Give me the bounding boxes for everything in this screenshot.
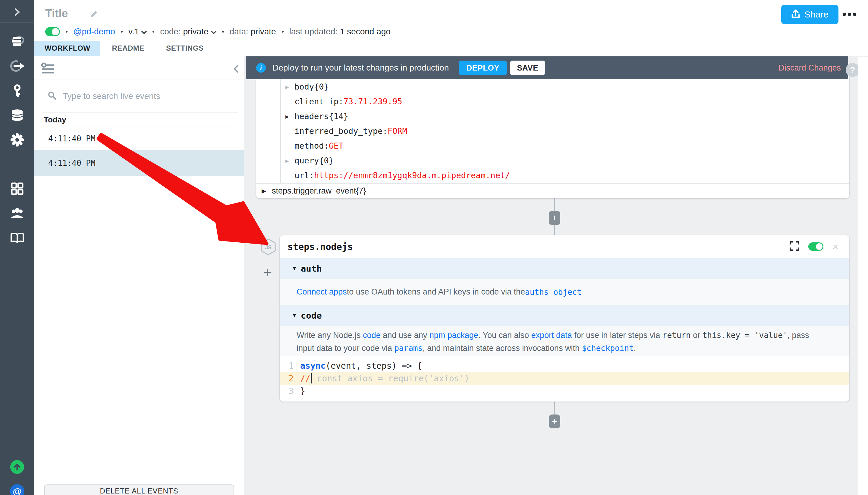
auth-section-header[interactable]: ▼ auth — [280, 258, 849, 278]
data-stores-icon[interactable] — [0, 107, 34, 123]
tab-readme[interactable]: README — [102, 41, 155, 56]
line-number: 1 — [280, 361, 294, 371]
version-dropdown[interactable]: v.1 — [128, 27, 147, 36]
code-token: const axios = require('axios') — [312, 374, 470, 383]
code-token: async — [300, 361, 326, 371]
settings-gear-icon[interactable] — [0, 132, 34, 148]
tab-settings[interactable]: SETTINGS — [156, 41, 214, 56]
tree-key: body — [294, 82, 314, 91]
delete-all-events-button[interactable]: DELETE ALL EVENTS — [44, 484, 234, 495]
raw-event-count: {7} — [356, 186, 366, 195]
event-list-item[interactable]: 4:11:40 PM — [34, 150, 244, 176]
inline-text: . You can also — [478, 331, 531, 340]
code-token: } — [300, 386, 305, 396]
scrollbar-track[interactable] — [858, 57, 868, 495]
tree-row[interactable]: ▶headers {14} — [281, 109, 840, 124]
line-number: 3 — [280, 386, 294, 396]
svg-text:JS: JS — [265, 244, 272, 251]
inline-link[interactable]: Connect apps — [297, 287, 347, 297]
inline-link[interactable]: npm package — [430, 331, 478, 340]
add-step-button[interactable]: + — [549, 414, 560, 428]
inline-link[interactable]: auths object — [525, 288, 582, 297]
editor-line[interactable]: 3} — [280, 385, 849, 397]
tree-row: client_ip: 73.71.239.95 — [281, 94, 840, 109]
nodejs-step-icon: JS — [260, 238, 276, 257]
code-token: (event, steps) => { — [326, 361, 422, 371]
close-step-icon[interactable]: × — [832, 241, 838, 252]
raw-event-row[interactable]: ▶ steps.trigger.raw_event {7} — [256, 183, 849, 198]
inline-text: . — [634, 344, 636, 353]
tree-key: query — [294, 156, 319, 165]
tree-row: method: GET — [281, 138, 840, 153]
inline-link[interactable]: code — [363, 331, 381, 340]
raw-event-key: steps.trigger.raw_event — [272, 186, 356, 195]
code-editor[interactable]: 1async (event, steps) => {2// const axio… — [280, 356, 849, 402]
inline-text: this.key = 'value' — [702, 331, 787, 340]
expand-arrow-icon: ▶ — [285, 113, 294, 120]
tree-count: {0} — [319, 156, 334, 165]
data-visibility: data: private — [230, 27, 276, 36]
inline-text: , and maintain state across invocations … — [422, 344, 582, 353]
tree-value: GET — [329, 141, 344, 150]
inline-link[interactable]: params — [394, 344, 422, 353]
docs-book-icon[interactable] — [0, 230, 34, 246]
search-icon — [48, 91, 57, 101]
community-icon[interactable] — [0, 205, 34, 221]
app-sidebar: @ — [0, 0, 34, 495]
search-input[interactable] — [63, 91, 225, 101]
inline-text: or — [691, 331, 702, 340]
event-json-tree: ▶body {0}client_ip: 73.71.239.95▶headers… — [280, 79, 840, 183]
text-cursor — [311, 373, 312, 383]
user-at-icon[interactable]: @ — [0, 483, 34, 495]
sidebar-divider — [0, 22, 34, 23]
code-section-header[interactable]: ▼ code — [280, 305, 849, 326]
apps-grid-icon[interactable] — [0, 181, 34, 197]
tree-key: url: — [294, 171, 314, 180]
share-button[interactable]: Share — [781, 5, 838, 24]
expand-arrow-icon: ▶ — [285, 157, 294, 164]
add-step-inline-button[interactable]: + — [263, 264, 272, 281]
nodejs-step-header: steps.nodejs × — [280, 235, 849, 258]
code-visibility-dropdown[interactable]: code: private — [160, 27, 216, 36]
deploy-message: Deploy to run your latest changes in pro… — [273, 63, 449, 73]
save-button[interactable]: SAVE — [510, 61, 545, 75]
share-label: Share — [804, 9, 829, 20]
tree-key: headers — [294, 112, 329, 121]
workspace-link[interactable]: @pd-demo — [73, 27, 115, 36]
discard-changes-link[interactable]: Discard Changes — [779, 63, 841, 73]
collapse-panel-icon[interactable] — [233, 64, 239, 74]
tree-row[interactable]: ▶body {0} — [281, 79, 840, 94]
tree-count: {0} — [314, 82, 329, 91]
page-title: Title — [45, 7, 68, 20]
tree-value: 73.71.239.95 — [344, 97, 402, 106]
auth-section-body: Connect apps to use OAuth tokens and API… — [280, 278, 849, 305]
editor-line[interactable]: 2// const axios = require('axios') — [280, 372, 849, 385]
tree-value: https://enmr8zm1ygqk9da.m.pipedream.net/ — [314, 171, 510, 180]
edit-title-pencil-icon[interactable] — [89, 10, 98, 20]
upgrade-arrow-icon[interactable] — [0, 459, 34, 475]
step-enabled-toggle[interactable] — [808, 242, 823, 251]
tab-workflow[interactable]: WORKFLOW — [34, 41, 100, 56]
tree-row[interactable]: ▶query {0} — [281, 153, 840, 168]
more-options-icon[interactable] — [843, 13, 856, 16]
events-panel-toolbar — [34, 56, 244, 80]
step-connector-line — [554, 402, 555, 414]
workflow-canvas: i Deploy to run your latest changes in p… — [244, 56, 868, 495]
pipedream-logo-icon[interactable] — [0, 33, 34, 49]
keys-icon[interactable] — [0, 83, 34, 99]
event-list-item[interactable]: 4:11:40 PM — [34, 127, 244, 150]
editor-line[interactable]: 1async (event, steps) => { — [280, 359, 849, 372]
filter-list-icon[interactable] — [41, 63, 55, 76]
fullscreen-icon[interactable] — [789, 241, 799, 252]
events-panel: Today 4:11:40 PM4:11:40 PM DELETE ALL EV… — [34, 56, 244, 495]
separator-dot — [222, 31, 224, 33]
add-step-button[interactable]: + — [549, 211, 560, 225]
workflow-active-toggle[interactable] — [45, 27, 60, 36]
inline-link[interactable]: export data — [531, 331, 572, 340]
inline-link[interactable]: $checkpoint — [582, 344, 633, 353]
deploy-button[interactable]: DEPLOY — [459, 61, 507, 75]
expand-arrow-icon: ▶ — [262, 188, 272, 194]
event-sources-icon[interactable] — [0, 58, 34, 74]
expand-chevron-icon[interactable] — [0, 4, 34, 20]
deploy-banner: i Deploy to run your latest changes in p… — [246, 56, 848, 79]
